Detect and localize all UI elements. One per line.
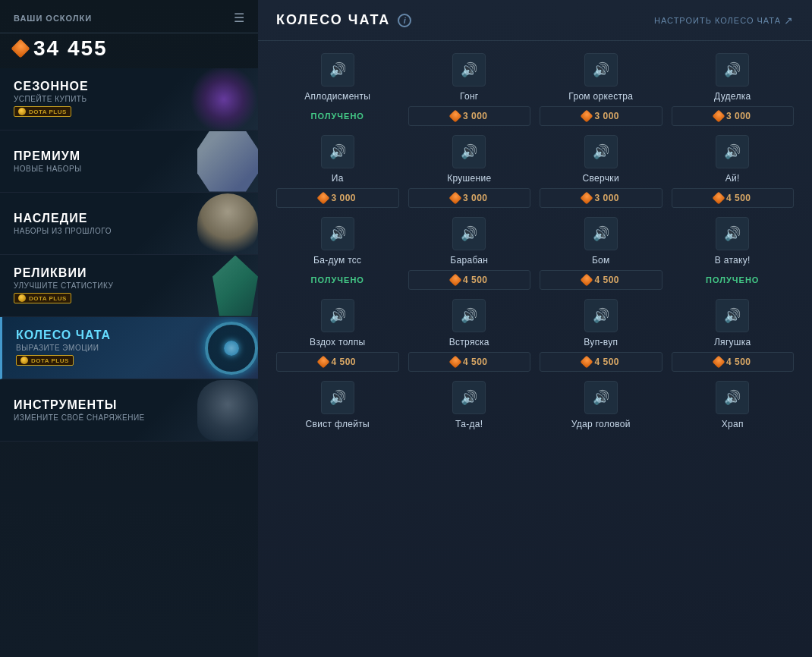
price-gem-4: [317, 192, 330, 205]
sound-price-3[interactable]: 3 000: [672, 106, 795, 126]
sidebar: ВАШИ ОСКОЛКИ ☰ 34 455 СЕЗОННОЕ УСПЕЙТЕ К…: [0, 0, 258, 657]
sound-name-9: Барабан: [450, 255, 488, 266]
sound-item-15: 🔊 Лягушка 4 500: [672, 299, 795, 372]
sound-play-btn-11[interactable]: 🔊: [716, 217, 749, 250]
sound-price-10[interactable]: 4 500: [540, 270, 663, 290]
sound-play-btn-14[interactable]: 🔊: [584, 299, 618, 332]
info-icon[interactable]: i: [398, 14, 411, 27]
price-text-7: 4 500: [726, 193, 751, 203]
sounds-row-4: 🔊 Вздох толпы 4 500 🔊 Встряска 4 500: [276, 299, 794, 372]
speaker-icon-4: 🔊: [329, 143, 346, 160]
sound-play-btn-6[interactable]: 🔊: [584, 135, 618, 168]
price-text-12: 4 500: [331, 357, 356, 367]
sounds-row-3: 🔊 Ба-дум тсс ПОЛУЧЕНО 🔊 Барабан 4 500: [276, 217, 794, 290]
sound-play-btn-4[interactable]: 🔊: [321, 135, 354, 168]
sidebar-item-seasonal[interactable]: СЕЗОННОЕ УСПЕЙТЕ КУПИТЬ DOTA PLUS: [0, 68, 258, 130]
sound-play-btn-5[interactable]: 🔊: [452, 135, 486, 168]
sound-name-5: Крушение: [447, 173, 491, 184]
sound-price-5[interactable]: 3 000: [408, 188, 531, 208]
price-text-14: 4 500: [594, 357, 619, 367]
sound-play-btn-8[interactable]: 🔊: [321, 217, 354, 250]
price-text-10: 4 500: [594, 275, 619, 285]
price-gem-15: [712, 356, 725, 369]
sound-name-10: Бом: [592, 255, 610, 266]
premium-subtitle: НОВЫЕ НАБОРЫ: [14, 165, 244, 173]
sound-play-btn-12[interactable]: 🔊: [321, 299, 354, 332]
relics-subtitle: УЛУЧШИТЕ СТАТИСТИКУ: [14, 281, 244, 290]
sound-play-btn-15[interactable]: 🔊: [716, 299, 749, 332]
sound-play-btn-3[interactable]: 🔊: [716, 53, 749, 86]
sound-name-8: Ба-дум тсс: [313, 255, 361, 266]
sounds-row-1: 🔊 Аплодисменты ПОЛУЧЕНО 🔊 Гонг 3 000: [276, 53, 794, 126]
configure-link[interactable]: НАСТРОИТЬ КОЛЕСО ЧАТА ↗: [654, 14, 794, 27]
sound-item-17: 🔊 Та-да!: [408, 381, 531, 429]
shards-header: ВАШИ ОСКОЛКИ ☰: [0, 0, 258, 33]
sound-play-btn-16[interactable]: 🔊: [321, 381, 354, 414]
heritage-text: НАСЛЕДИЕ НАБОРЫ ИЗ ПРОШЛОГО: [14, 212, 244, 235]
shards-amount-row: 34 455: [0, 33, 258, 68]
chat-plus-label: DOTA PLUS: [31, 357, 69, 364]
sound-item-0: 🔊 Аплодисменты ПОЛУЧЕНО: [276, 53, 399, 126]
sound-play-btn-19[interactable]: 🔊: [716, 381, 749, 414]
sound-price-1[interactable]: 3 000: [408, 106, 531, 126]
price-text-4: 3 000: [331, 193, 356, 203]
seasonal-title: СЕЗОННОЕ: [14, 80, 244, 93]
sidebar-item-chat-wheel[interactable]: КОЛЕСО ЧАТА ВЫРАЗИТЕ ЭМОЦИИ DOTA PLUS: [0, 317, 258, 379]
seasonal-text: СЕЗОННОЕ УСПЕЙТЕ КУПИТЬ DOTA PLUS: [14, 80, 244, 118]
sound-price-12[interactable]: 4 500: [276, 352, 399, 372]
sound-name-13: Встряска: [449, 337, 489, 347]
speaker-icon-15: 🔊: [724, 307, 741, 324]
seasonal-dota-plus: DOTA PLUS: [14, 106, 71, 117]
sidebar-item-relics[interactable]: РЕЛИКВИИ УЛУЧШИТЕ СТАТИСТИКУ DOTA PLUS: [0, 255, 258, 317]
sidebar-item-premium[interactable]: ПРЕМИУМ НОВЫЕ НАБОРЫ: [0, 130, 258, 193]
sound-name-2: Гром оркестра: [568, 91, 633, 102]
sound-item-3: 🔊 Дуделка 3 000: [672, 53, 795, 126]
sound-play-btn-1[interactable]: 🔊: [452, 53, 486, 86]
speaker-icon-7: 🔊: [724, 143, 741, 160]
speaker-icon-2: 🔊: [593, 61, 609, 78]
sound-price-14[interactable]: 4 500: [540, 352, 663, 372]
sound-name-19: Храп: [722, 419, 744, 429]
speaker-icon-18: 🔊: [593, 389, 609, 406]
price-gem-9: [448, 274, 461, 287]
price-gem-10: [581, 274, 593, 287]
sound-play-btn-9[interactable]: 🔊: [452, 217, 486, 250]
sound-price-6[interactable]: 3 000: [540, 188, 663, 208]
sound-item-5: 🔊 Крушение 3 000: [408, 135, 531, 208]
sound-play-btn-10[interactable]: 🔊: [584, 217, 618, 250]
price-gem-2: [581, 110, 593, 123]
sound-price-4[interactable]: 3 000: [276, 188, 399, 208]
sound-price-9[interactable]: 4 500: [408, 270, 531, 290]
sound-play-btn-18[interactable]: 🔊: [584, 381, 618, 414]
sound-item-6: 🔊 Сверчки 3 000: [540, 135, 663, 208]
speaker-icon-12: 🔊: [329, 307, 346, 324]
content-area: КОЛЕСО ЧАТА i НАСТРОИТЬ КОЛЕСО ЧАТА ↗ 🔊 …: [258, 0, 812, 657]
sound-play-btn-0[interactable]: 🔊: [321, 53, 354, 86]
sound-price-15[interactable]: 4 500: [672, 352, 795, 372]
speaker-icon-19: 🔊: [724, 389, 741, 406]
sound-play-btn-7[interactable]: 🔊: [716, 135, 749, 168]
relics-text: РЕЛИКВИИ УЛУЧШИТЕ СТАТИСТИКУ DOTA PLUS: [14, 266, 244, 305]
heritage-subtitle: НАБОРЫ ИЗ ПРОШЛОГО: [14, 227, 244, 235]
sound-price-7[interactable]: 4 500: [672, 188, 795, 208]
configure-label: НАСТРОИТЬ КОЛЕСО ЧАТА: [654, 16, 781, 25]
sound-item-16: 🔊 Свист флейты: [276, 381, 399, 429]
sound-play-btn-2[interactable]: 🔊: [584, 53, 618, 86]
relics-title: РЕЛИКВИИ: [14, 266, 244, 280]
sounds-row-2: 🔊 Иа 3 000 🔊 Крушение 3 000: [276, 135, 794, 208]
sidebar-item-tools[interactable]: ИНСТРУМЕНТЫ ИЗМЕНИТЕ СВОЁ СНАРЯЖЕНИЕ: [0, 379, 258, 442]
sound-price-2[interactable]: 3 000: [540, 106, 663, 126]
sidebar-item-heritage[interactable]: НАСЛЕДИЕ НАБОРЫ ИЗ ПРОШЛОГО: [0, 193, 258, 255]
chat-wheel-title: КОЛЕСО ЧАТА: [16, 328, 244, 342]
speaker-icon-0: 🔊: [329, 61, 346, 78]
speaker-icon-5: 🔊: [461, 143, 477, 160]
relics-dota-plus: DOTA PLUS: [14, 293, 71, 303]
sound-price-13[interactable]: 4 500: [408, 352, 531, 372]
sound-play-btn-13[interactable]: 🔊: [452, 299, 486, 332]
sound-item-11: 🔊 В атаку! ПОЛУЧЕНО: [672, 217, 795, 290]
sound-item-2: 🔊 Гром оркестра 3 000: [540, 53, 663, 126]
dota-plus-icon: [18, 108, 26, 115]
configure-arrow-icon: ↗: [784, 14, 794, 27]
sound-item-14: 🔊 Вуп-вуп 4 500: [540, 299, 663, 372]
sound-play-btn-17[interactable]: 🔊: [452, 381, 486, 414]
